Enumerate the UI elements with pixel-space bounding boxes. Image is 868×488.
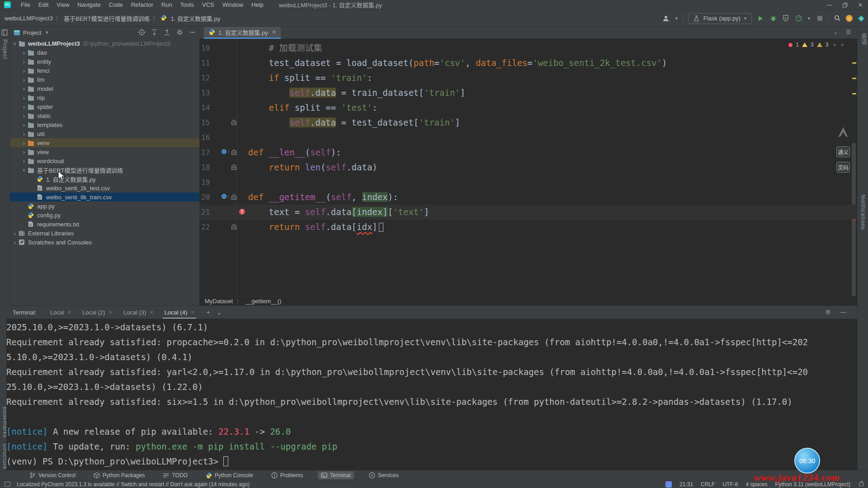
line-number[interactable]: 21: [201, 205, 210, 220]
tree-item-external-libraries[interactable]: ›External Libraries: [10, 229, 199, 238]
tree-item-spider[interactable]: ›spider: [10, 102, 199, 111]
update-available-icon[interactable]: ↑: [846, 15, 853, 22]
chevron-right-icon[interactable]: ›: [21, 113, 27, 119]
menu-edit[interactable]: Edit: [35, 0, 52, 9]
tree-item-基于bert模型进行增量微调训练[interactable]: v基于BERT模型进行增量微调训练: [10, 165, 199, 174]
hide-panel-icon[interactable]: [189, 29, 196, 36]
toolwindow-version-control[interactable]: Version Control: [26, 471, 79, 479]
chevron-right-icon[interactable]: ›: [21, 122, 27, 128]
new-terminal-icon[interactable]: +: [206, 309, 210, 316]
chevron-right-icon[interactable]: ›: [21, 94, 27, 101]
expand-all-icon[interactable]: [151, 29, 158, 36]
terminal-tabs-dropdown-icon[interactable]: ⌄: [217, 309, 222, 316]
terminal-tab-local[interactable]: Local✕: [45, 306, 77, 319]
terminal-settings-icon[interactable]: ⚙: [825, 309, 830, 315]
menu-tools[interactable]: Tools: [177, 0, 198, 9]
tree-item-app.py[interactable]: app.py: [10, 202, 199, 211]
menu-run[interactable]: Run: [158, 0, 176, 9]
status-message[interactable]: Localized PyCharm 2023.1.3 is available …: [17, 481, 250, 488]
line-number[interactable]: 18: [201, 160, 210, 175]
tab-list-chevron-icon[interactable]: ⌄: [833, 29, 838, 35]
toolwindow-services[interactable]: Services: [366, 471, 402, 479]
breadcrumb-item[interactable]: 基于BERT模型进行增量微调训练: [64, 14, 150, 23]
chevron-down-icon[interactable]: v: [21, 168, 27, 173]
run-with-coverage-button[interactable]: [782, 14, 790, 23]
menu-code[interactable]: Code: [105, 0, 127, 9]
tree-item-root[interactable]: vweiboLLMProject3D:\python_pro\weiboLLMP…: [10, 39, 199, 48]
search-everywhere-icon[interactable]: [833, 14, 841, 23]
code-area[interactable]: 1 3 3 ˄ ˅ 通义 灵码 10 # 加载测试集11 test_datase…: [199, 39, 857, 296]
stripe-label-notifications[interactable]: Notifications: [860, 195, 866, 230]
project-panel-title[interactable]: Project: [23, 29, 41, 36]
code-line-13[interactable]: 13 self.data = train_dataset['train']: [199, 85, 857, 100]
line-number[interactable]: 16: [201, 130, 210, 145]
terminal-hide-icon[interactable]: —: [840, 309, 846, 315]
line-number[interactable]: 15: [201, 115, 210, 130]
menu-refactor[interactable]: Refactor: [127, 0, 157, 9]
profiler-dropdown-icon[interactable]: ▼: [807, 16, 811, 21]
tab-close-icon[interactable]: ✕: [149, 310, 153, 315]
code-line-16[interactable]: 16: [199, 130, 857, 145]
terminal-tab-local-2-[interactable]: Local (2)✕: [77, 306, 118, 319]
locate-file-icon[interactable]: [138, 29, 145, 36]
chevron-right-icon[interactable]: ›: [21, 158, 27, 164]
tree-item-config.py[interactable]: config.py: [10, 211, 199, 220]
tree-item-view[interactable]: ›view: [10, 147, 199, 156]
line-number[interactable]: 11: [201, 56, 210, 70]
terminal-tab-local-3-[interactable]: Local (3)✕: [118, 306, 159, 319]
menu-vcs[interactable]: VCS: [198, 0, 218, 9]
breadcrumb-item[interactable]: 1. 自定义数据集.py: [170, 14, 220, 23]
tree-item-requirements.txt[interactable]: requirements.txt: [10, 220, 199, 229]
tree-item-model[interactable]: ›model: [10, 84, 199, 93]
debug-button[interactable]: [769, 14, 777, 23]
event-message-icon[interactable]: [5, 482, 10, 487]
chevron-right-icon[interactable]: ›: [21, 67, 27, 74]
collapse-all-icon[interactable]: [164, 29, 170, 36]
chevron-down-icon[interactable]: v: [12, 41, 18, 46]
lingma-plugin-icon[interactable]: [857, 14, 865, 23]
run-button[interactable]: [756, 14, 764, 23]
menu-window[interactable]: Window: [219, 0, 247, 9]
tree-item-weibo_senti_2k_test.csv[interactable]: weibo_senti_2k_test.csv: [10, 183, 199, 192]
editor-breadcrumb-item[interactable]: __getitem__(): [245, 298, 281, 305]
code-line-10[interactable]: 10 # 加载测试集: [199, 41, 857, 56]
menu-navigate[interactable]: Navigate: [74, 0, 104, 9]
user-profile-icon[interactable]: [662, 14, 670, 23]
tree-item-static[interactable]: ›static: [10, 111, 199, 120]
line-number[interactable]: 10: [201, 41, 210, 56]
code-line-14[interactable]: 14 elif split == 'test':: [199, 100, 857, 115]
tree-item-llm[interactable]: ›llm: [10, 75, 199, 84]
line-separator[interactable]: CRLF: [701, 481, 715, 488]
chevron-right-icon[interactable]: ›: [21, 140, 27, 146]
terminal-output[interactable]: 2025.10.0,>=2023.1.0->datasets) (6.7.1)R…: [6, 319, 857, 470]
line-number[interactable]: 19: [201, 175, 210, 190]
ai-assistant-icon[interactable]: [665, 481, 672, 488]
tab-menu-icon[interactable]: ☰: [846, 29, 851, 35]
chevron-right-icon[interactable]: ›: [21, 85, 27, 92]
settings-gear-icon[interactable]: [176, 29, 183, 36]
code-line-20[interactable]: 20↑ def __getitem__(self, index):: [199, 190, 857, 205]
code-line-19[interactable]: 19: [199, 175, 857, 190]
chevron-right-icon[interactable]: ›: [21, 103, 27, 110]
chevron-right-icon[interactable]: ›: [21, 76, 27, 83]
code-line-11[interactable]: 11 test_dataset = load_dataset(path='csv…: [199, 56, 857, 70]
close-icon[interactable]: ✕: [853, 0, 868, 10]
terminal-tab-local-4-[interactable]: Local (4)✕: [159, 306, 200, 319]
file-encoding[interactable]: UTF-8: [722, 481, 738, 488]
tree-item-templates[interactable]: ›templates: [10, 120, 199, 129]
tree-item-nlp[interactable]: ›nlp: [10, 93, 199, 102]
toolwindow-python-packages[interactable]: Python Packages: [90, 471, 148, 479]
tree-item-scratches-and-consoles[interactable]: ›Scratches and Consoles: [10, 238, 199, 247]
chevron-right-icon[interactable]: ›: [21, 131, 27, 137]
editor-tab-active[interactable]: 1. 自定义数据集.py ✕: [204, 27, 281, 39]
user-dropdown-icon[interactable]: ▼: [675, 16, 679, 21]
editor-breadcrumb-item[interactable]: MyDataset: [205, 298, 233, 305]
chevron-right-icon[interactable]: ›: [12, 230, 18, 237]
toolwindow-todo[interactable]: TODO: [160, 471, 190, 479]
line-number[interactable]: 14: [201, 100, 210, 115]
restore-icon[interactable]: [837, 0, 853, 10]
toolwindow-problems[interactable]: Problems: [268, 471, 307, 479]
project-tool-icon[interactable]: [1, 29, 9, 37]
menu-file[interactable]: File: [17, 0, 34, 9]
menu-help[interactable]: Help: [248, 0, 267, 9]
